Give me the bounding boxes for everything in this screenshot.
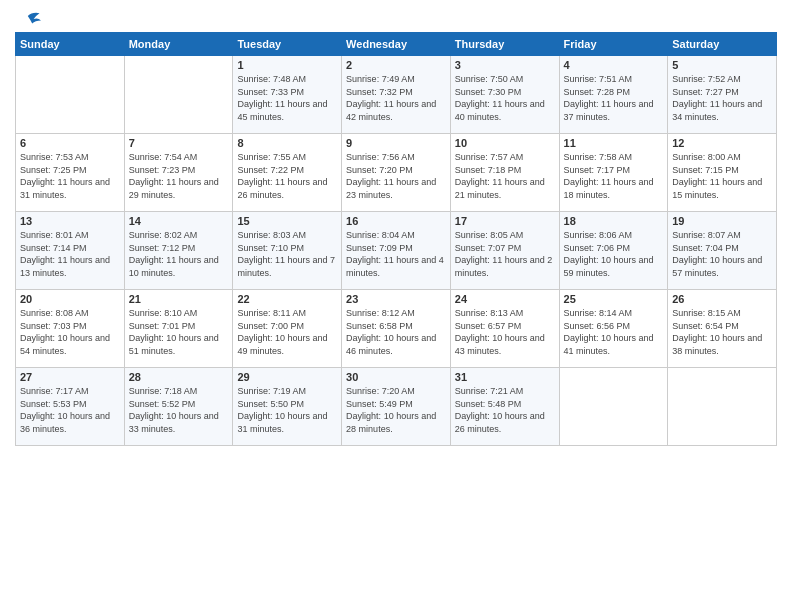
calendar-cell: 23Sunrise: 8:12 AM Sunset: 6:58 PM Dayli… <box>342 290 451 368</box>
day-number: 10 <box>455 137 555 149</box>
weekday-wednesday: Wednesday <box>342 33 451 56</box>
day-number: 15 <box>237 215 337 227</box>
calendar-cell: 19Sunrise: 8:07 AM Sunset: 7:04 PM Dayli… <box>668 212 777 290</box>
calendar-cell: 9Sunrise: 7:56 AM Sunset: 7:20 PM Daylig… <box>342 134 451 212</box>
calendar-cell: 7Sunrise: 7:54 AM Sunset: 7:23 PM Daylig… <box>124 134 233 212</box>
day-number: 6 <box>20 137 120 149</box>
logo-bird-icon <box>19 10 41 28</box>
calendar-cell: 17Sunrise: 8:05 AM Sunset: 7:07 PM Dayli… <box>450 212 559 290</box>
calendar-cell: 14Sunrise: 8:02 AM Sunset: 7:12 PM Dayli… <box>124 212 233 290</box>
day-number: 18 <box>564 215 664 227</box>
calendar-cell: 29Sunrise: 7:19 AM Sunset: 5:50 PM Dayli… <box>233 368 342 446</box>
day-content: Sunrise: 8:13 AM Sunset: 6:57 PM Dayligh… <box>455 307 555 357</box>
day-content: Sunrise: 7:21 AM Sunset: 5:48 PM Dayligh… <box>455 385 555 435</box>
day-number: 7 <box>129 137 229 149</box>
day-number: 9 <box>346 137 446 149</box>
weekday-sunday: Sunday <box>16 33 125 56</box>
day-number: 25 <box>564 293 664 305</box>
day-number: 13 <box>20 215 120 227</box>
calendar-cell: 27Sunrise: 7:17 AM Sunset: 5:53 PM Dayli… <box>16 368 125 446</box>
day-content: Sunrise: 8:08 AM Sunset: 7:03 PM Dayligh… <box>20 307 120 357</box>
day-number: 21 <box>129 293 229 305</box>
day-number: 23 <box>346 293 446 305</box>
calendar-cell <box>124 56 233 134</box>
day-content: Sunrise: 7:19 AM Sunset: 5:50 PM Dayligh… <box>237 385 337 435</box>
day-content: Sunrise: 8:07 AM Sunset: 7:04 PM Dayligh… <box>672 229 772 279</box>
calendar-cell: 13Sunrise: 8:01 AM Sunset: 7:14 PM Dayli… <box>16 212 125 290</box>
day-number: 1 <box>237 59 337 71</box>
day-content: Sunrise: 7:58 AM Sunset: 7:17 PM Dayligh… <box>564 151 664 201</box>
calendar-cell: 16Sunrise: 8:04 AM Sunset: 7:09 PM Dayli… <box>342 212 451 290</box>
calendar-table: SundayMondayTuesdayWednesdayThursdayFrid… <box>15 32 777 446</box>
day-content: Sunrise: 8:15 AM Sunset: 6:54 PM Dayligh… <box>672 307 772 357</box>
calendar-cell: 25Sunrise: 8:14 AM Sunset: 6:56 PM Dayli… <box>559 290 668 368</box>
day-content: Sunrise: 7:50 AM Sunset: 7:30 PM Dayligh… <box>455 73 555 123</box>
day-content: Sunrise: 7:48 AM Sunset: 7:33 PM Dayligh… <box>237 73 337 123</box>
weekday-header-row: SundayMondayTuesdayWednesdayThursdayFrid… <box>16 33 777 56</box>
calendar-cell: 8Sunrise: 7:55 AM Sunset: 7:22 PM Daylig… <box>233 134 342 212</box>
calendar-cell <box>16 56 125 134</box>
weekday-friday: Friday <box>559 33 668 56</box>
day-number: 26 <box>672 293 772 305</box>
day-content: Sunrise: 8:14 AM Sunset: 6:56 PM Dayligh… <box>564 307 664 357</box>
day-content: Sunrise: 7:55 AM Sunset: 7:22 PM Dayligh… <box>237 151 337 201</box>
day-number: 22 <box>237 293 337 305</box>
day-number: 5 <box>672 59 772 71</box>
day-content: Sunrise: 7:54 AM Sunset: 7:23 PM Dayligh… <box>129 151 229 201</box>
day-content: Sunrise: 7:17 AM Sunset: 5:53 PM Dayligh… <box>20 385 120 435</box>
day-number: 29 <box>237 371 337 383</box>
day-content: Sunrise: 8:03 AM Sunset: 7:10 PM Dayligh… <box>237 229 337 279</box>
day-number: 14 <box>129 215 229 227</box>
day-number: 24 <box>455 293 555 305</box>
calendar-cell: 5Sunrise: 7:52 AM Sunset: 7:27 PM Daylig… <box>668 56 777 134</box>
calendar-cell: 21Sunrise: 8:10 AM Sunset: 7:01 PM Dayli… <box>124 290 233 368</box>
calendar-cell: 30Sunrise: 7:20 AM Sunset: 5:49 PM Dayli… <box>342 368 451 446</box>
day-number: 16 <box>346 215 446 227</box>
calendar-cell: 20Sunrise: 8:08 AM Sunset: 7:03 PM Dayli… <box>16 290 125 368</box>
day-content: Sunrise: 8:02 AM Sunset: 7:12 PM Dayligh… <box>129 229 229 279</box>
day-content: Sunrise: 8:12 AM Sunset: 6:58 PM Dayligh… <box>346 307 446 357</box>
day-content: Sunrise: 7:49 AM Sunset: 7:32 PM Dayligh… <box>346 73 446 123</box>
day-content: Sunrise: 7:53 AM Sunset: 7:25 PM Dayligh… <box>20 151 120 201</box>
weekday-thursday: Thursday <box>450 33 559 56</box>
day-number: 2 <box>346 59 446 71</box>
day-content: Sunrise: 8:04 AM Sunset: 7:09 PM Dayligh… <box>346 229 446 279</box>
day-number: 12 <box>672 137 772 149</box>
calendar-cell: 6Sunrise: 7:53 AM Sunset: 7:25 PM Daylig… <box>16 134 125 212</box>
day-content: Sunrise: 8:11 AM Sunset: 7:00 PM Dayligh… <box>237 307 337 357</box>
day-content: Sunrise: 7:18 AM Sunset: 5:52 PM Dayligh… <box>129 385 229 435</box>
weekday-saturday: Saturday <box>668 33 777 56</box>
calendar-body: 1Sunrise: 7:48 AM Sunset: 7:33 PM Daylig… <box>16 56 777 446</box>
calendar-cell: 3Sunrise: 7:50 AM Sunset: 7:30 PM Daylig… <box>450 56 559 134</box>
calendar-week-3: 13Sunrise: 8:01 AM Sunset: 7:14 PM Dayli… <box>16 212 777 290</box>
calendar-cell: 24Sunrise: 8:13 AM Sunset: 6:57 PM Dayli… <box>450 290 559 368</box>
day-content: Sunrise: 8:06 AM Sunset: 7:06 PM Dayligh… <box>564 229 664 279</box>
weekday-tuesday: Tuesday <box>233 33 342 56</box>
day-number: 31 <box>455 371 555 383</box>
calendar-cell <box>559 368 668 446</box>
day-number: 28 <box>129 371 229 383</box>
day-content: Sunrise: 7:51 AM Sunset: 7:28 PM Dayligh… <box>564 73 664 123</box>
calendar-week-2: 6Sunrise: 7:53 AM Sunset: 7:25 PM Daylig… <box>16 134 777 212</box>
calendar-cell: 31Sunrise: 7:21 AM Sunset: 5:48 PM Dayli… <box>450 368 559 446</box>
calendar-cell: 4Sunrise: 7:51 AM Sunset: 7:28 PM Daylig… <box>559 56 668 134</box>
weekday-monday: Monday <box>124 33 233 56</box>
day-content: Sunrise: 7:52 AM Sunset: 7:27 PM Dayligh… <box>672 73 772 123</box>
calendar-cell: 2Sunrise: 7:49 AM Sunset: 7:32 PM Daylig… <box>342 56 451 134</box>
day-content: Sunrise: 7:57 AM Sunset: 7:18 PM Dayligh… <box>455 151 555 201</box>
day-content: Sunrise: 8:05 AM Sunset: 7:07 PM Dayligh… <box>455 229 555 279</box>
day-number: 27 <box>20 371 120 383</box>
day-number: 19 <box>672 215 772 227</box>
calendar-page: SundayMondayTuesdayWednesdayThursdayFrid… <box>0 0 792 612</box>
day-number: 20 <box>20 293 120 305</box>
day-number: 11 <box>564 137 664 149</box>
calendar-cell: 12Sunrise: 8:00 AM Sunset: 7:15 PM Dayli… <box>668 134 777 212</box>
day-content: Sunrise: 8:10 AM Sunset: 7:01 PM Dayligh… <box>129 307 229 357</box>
day-content: Sunrise: 7:56 AM Sunset: 7:20 PM Dayligh… <box>346 151 446 201</box>
calendar-cell: 15Sunrise: 8:03 AM Sunset: 7:10 PM Dayli… <box>233 212 342 290</box>
day-content: Sunrise: 8:01 AM Sunset: 7:14 PM Dayligh… <box>20 229 120 279</box>
day-number: 8 <box>237 137 337 149</box>
day-content: Sunrise: 8:00 AM Sunset: 7:15 PM Dayligh… <box>672 151 772 201</box>
calendar-week-1: 1Sunrise: 7:48 AM Sunset: 7:33 PM Daylig… <box>16 56 777 134</box>
calendar-cell: 11Sunrise: 7:58 AM Sunset: 7:17 PM Dayli… <box>559 134 668 212</box>
